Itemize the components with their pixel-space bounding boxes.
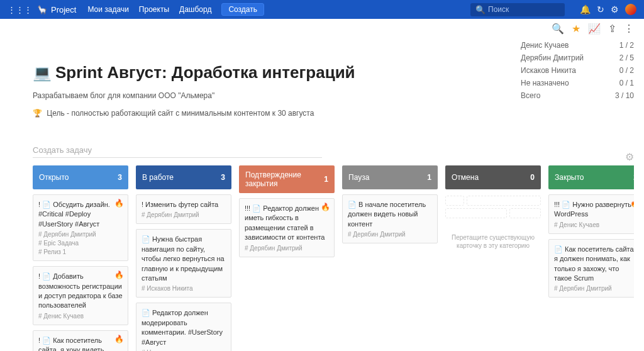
column-header[interactable]: Закрыто2 (548, 165, 634, 189)
card-title: !!! 📄 Редактор должен иметь гибкость в р… (245, 204, 329, 243)
star-icon[interactable]: ★ (572, 23, 580, 35)
history-icon[interactable]: ↻ (597, 4, 604, 14)
column-header[interactable]: Отмена0 (445, 165, 541, 189)
board-column: Подтверждение закрытия1🔥!!! 📄 Редактор д… (239, 165, 335, 351)
search-icon[interactable]: 🔍 (552, 23, 564, 35)
board-column: Открыто3🔥! 📄 Обсудить дизайн. #Critical … (33, 165, 128, 351)
fire-icon: 🔥 (630, 199, 634, 208)
column-count: 1 (324, 175, 328, 184)
summary-row: Всего3 / 10 (521, 89, 634, 102)
search-icon: 🔍 (475, 5, 486, 14)
top-navbar: ⋮⋮⋮ 🦙 Project Мои задачи Проекты Дашборд… (0, 0, 644, 19)
fire-icon: 🔥 (114, 270, 124, 279)
task-card[interactable]: 📄 Как посетитель сайта, я должен понимат… (548, 239, 634, 298)
task-card[interactable]: ! Изменить футер сайта# Дерябин Дмитрий (136, 194, 231, 224)
laptop-icon: 💻 (33, 64, 52, 82)
board-settings-icon[interactable]: ⚙ (625, 151, 634, 163)
create-task-input-wrap[interactable] (33, 143, 322, 158)
column-title: Отмена (452, 173, 479, 182)
card-title: 📄 В начале посетитель должен видеть новы… (348, 200, 432, 229)
column-title: Пауза (348, 173, 369, 182)
brand-name[interactable]: Project (51, 5, 76, 14)
task-card[interactable]: 🔥!!! 📄 Редактор должен иметь гибкость в … (239, 198, 335, 257)
create-button[interactable]: Создать (221, 3, 264, 16)
column-title: Подтверждение закрытия (245, 170, 324, 188)
card-meta: # Денис Кучаев (38, 313, 123, 320)
search-box[interactable]: 🔍 (470, 3, 565, 16)
board-column: Пауза1📄 В начале посетитель должен видет… (342, 165, 438, 351)
task-card[interactable]: 📄 Редактор должен модерировать комментар… (136, 303, 231, 351)
user-avatar[interactable] (625, 4, 636, 15)
app-logo-icon: 🦙 (37, 5, 47, 14)
column-header[interactable]: Пауза1 (342, 165, 438, 189)
gear-icon[interactable]: ⚙ (611, 4, 619, 14)
task-card[interactable]: 📄 В начале посетитель должен видеть новы… (342, 194, 438, 243)
column-title: В работе (142, 173, 174, 182)
page-toolbar: 🔍 ★ 📈 ⇪ ⋮ (552, 23, 634, 35)
column-title: Закрыто (555, 173, 584, 182)
task-card[interactable]: 📄 Нужна быстрая навигация по сайту, чтоб… (136, 229, 231, 298)
empty-placeholder (445, 196, 541, 227)
fire-icon: 🔥 (114, 335, 124, 343)
card-meta: # Дерябин Дмитрий (554, 285, 634, 292)
fire-icon: 🔥 (321, 203, 330, 211)
card-title: 📄 Как посетитель сайта, я должен понимат… (554, 245, 634, 284)
column-title: Открыто (39, 173, 69, 182)
card-meta: # Дерябин Дмитрий (348, 231, 432, 238)
nav-dashboard[interactable]: Дашборд (179, 5, 211, 14)
nav-my-tasks[interactable]: Мои задачи (87, 5, 128, 14)
card-meta: # Epic Задача (38, 240, 123, 247)
column-count: 3 (118, 173, 122, 182)
card-title: ! 📄 Добавить возможность регистрации и д… (38, 272, 123, 311)
more-icon[interactable]: ⋮ (624, 23, 634, 35)
card-title: ! Изменить футер сайта (142, 200, 226, 209)
task-card[interactable]: 🔥! 📄 Добавить возможность регистрации и … (33, 266, 128, 325)
summary-row: Не назначено0 / 1 (521, 77, 634, 89)
card-title: ! 📄 Обсудить дизайн. #Critical #Deploy #… (38, 200, 123, 229)
column-count: 0 (530, 173, 535, 182)
task-card[interactable]: 🔥! 📄 Как посетитель сайта, я хочу видеть… (33, 330, 128, 351)
column-header[interactable]: В работе3 (136, 165, 231, 189)
create-task-input[interactable] (33, 143, 322, 157)
kanban-board: Открыто3🔥! 📄 Обсудить дизайн. #Critical … (33, 165, 634, 351)
card-meta: # Дерябин Дмитрий (38, 231, 123, 238)
card-meta: # Релиз 1 (38, 248, 123, 255)
summary-row: Дерябин Дмитрий2 / 5 (521, 52, 634, 64)
nav-projects[interactable]: Проекты (139, 5, 169, 14)
summary-row: Денис Кучаев1 / 2 (521, 39, 634, 52)
task-card[interactable]: 🔥!!! 📄 Нужно развернуть WordPress# Денис… (548, 194, 634, 234)
card-meta: # Дерябин Дмитрий (245, 245, 329, 252)
drop-hint: Перетащите существующую карточку в эту к… (445, 233, 541, 250)
card-title: !!! 📄 Нужно развернуть WordPress (554, 200, 634, 220)
fire-icon: 🔥 (114, 199, 124, 208)
board-column: Закрыто2🔥!!! 📄 Нужно развернуть WordPres… (548, 165, 634, 351)
board-column: Отмена0Перетащите существующую карточку … (445, 165, 541, 351)
column-count: 2 (633, 173, 634, 182)
share-icon[interactable]: ⇪ (608, 23, 616, 35)
card-title: ! 📄 Как посетитель сайта, я хочу видеть … (38, 336, 123, 351)
card-title: 📄 Редактор должен модерировать комментар… (142, 308, 226, 347)
task-card[interactable]: 🔥! 📄 Обсудить дизайн. #Critical #Deploy … (33, 194, 128, 261)
apps-grid-icon[interactable]: ⋮⋮⋮ (8, 5, 32, 14)
bell-icon[interactable]: 🔔 (580, 4, 591, 14)
goal-line: 🏆 Цель - полностью работающий сайт с мин… (33, 109, 634, 118)
card-meta: # Денис Кучаев (554, 221, 634, 228)
assignee-summary: Денис Кучаев1 / 2 Дерябин Дмитрий2 / 5 И… (521, 39, 634, 102)
summary-row: Искаков Никита0 / 2 (521, 64, 634, 77)
card-meta: # Дерябин Дмитрий (142, 211, 226, 218)
column-count: 1 (427, 173, 431, 182)
search-input[interactable] (488, 5, 560, 14)
card-meta: # Искаков Никита (142, 285, 226, 292)
column-header[interactable]: Подтверждение закрытия1 (239, 165, 335, 193)
column-header[interactable]: Открыто3 (33, 165, 128, 189)
trophy-icon: 🏆 (33, 109, 42, 118)
board-column: В работе3! Изменить футер сайта# Дерябин… (136, 165, 231, 351)
chart-icon[interactable]: 📈 (588, 23, 601, 35)
column-count: 3 (221, 173, 225, 182)
card-title: 📄 Нужна быстрая навигация по сайту, чтоб… (142, 235, 226, 283)
